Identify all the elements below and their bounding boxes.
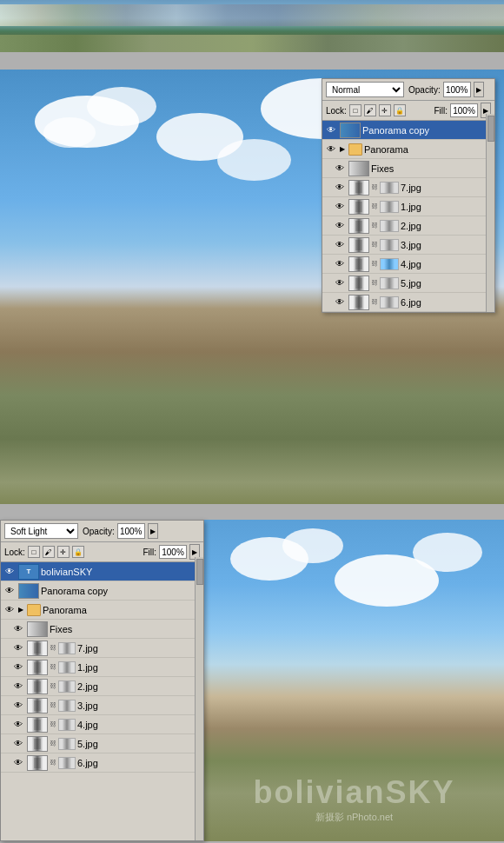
layer-row-fixes[interactable]: 👁 Fixes — [322, 159, 494, 178]
chain-3jpg2: ⛓ — [50, 701, 56, 709]
eye-icon-panorama-copy2[interactable]: 👁 — [3, 584, 17, 598]
chain-1jpg: ⛓ — [371, 202, 378, 210]
lock-move-icon-bottom[interactable]: ✛ — [57, 546, 70, 558]
thumb-boliviansky: T — [18, 564, 39, 580]
layer-row-7jpg2[interactable]: 👁 ⛓ 7.jpg — [1, 639, 203, 658]
eye-icon-5jpg2[interactable]: 👁 — [11, 737, 25, 751]
blend-mode-select-top[interactable]: Normal — [326, 82, 404, 97]
layer-name-2jpg: 2.jpg — [401, 221, 421, 231]
layer-name-7jpg2: 7.jpg — [77, 643, 98, 654]
layers-list-top: 👁 Panorama copy 👁 ▶ Panorama 👁 Fixes 👁 — [322, 121, 494, 312]
panel-scrollbar-top[interactable] — [486, 114, 494, 312]
fill-input-top[interactable] — [450, 103, 478, 117]
eye-icon-4jpg2[interactable]: 👁 — [11, 718, 25, 732]
lock-all-icon-bottom[interactable]: 🔒 — [72, 546, 84, 558]
eye-icon-panorama-copy[interactable]: 👁 — [324, 123, 338, 137]
layer-name-1jpg: 1.jpg — [401, 202, 421, 212]
layers-panel-top: Normal Opacity: ▶ Lock: □ 🖌 ✛ 🔒 Fill: ▶ … — [322, 78, 495, 313]
chain-5jpg: ⛓ — [371, 279, 378, 287]
canvas-area-top: Normal Opacity: ▶ Lock: □ 🖌 ✛ 🔒 Fill: ▶ … — [0, 70, 504, 504]
layer-row-1jpg2[interactable]: 👁 ⛓ 1.jpg — [1, 658, 203, 677]
eye-icon-panorama2[interactable]: 👁 — [3, 603, 17, 617]
eye-icon-3jpg[interactable]: 👁 — [333, 238, 347, 252]
layer-name-3jpg2: 3.jpg — [77, 700, 98, 711]
chain-2jpg2: ⛓ — [50, 682, 56, 690]
layer-row-panorama-copy[interactable]: 👁 Panorama copy — [322, 121, 494, 140]
layer-row-4jpg[interactable]: 👁 ⛓ 4.jpg — [322, 255, 494, 274]
layers-panel-bottom: Soft Light Opacity: ▶ Lock: □ 🖌 ✛ 🔒 Fill… — [0, 520, 204, 841]
layer-row-fixes2[interactable]: 👁 Fixes — [1, 620, 203, 639]
layer-row-panorama-group[interactable]: 👁 ▶ Panorama — [322, 140, 494, 159]
lock-pixel-icon-top[interactable]: □ — [349, 104, 361, 116]
panel-scrollbar-bottom[interactable] — [195, 557, 203, 840]
eye-icon-4jpg[interactable]: 👁 — [333, 257, 347, 271]
layer-name-4jpg: 4.jpg — [401, 259, 421, 269]
watermark-area: bolivianSKY 新摄影 nPhoto.net — [204, 774, 504, 824]
thumb-5jpg — [348, 275, 369, 291]
thumb-panorama-copy2 — [18, 583, 39, 599]
opacity-input-top[interactable] — [443, 82, 471, 97]
lock-move-icon-top[interactable]: ✛ — [379, 104, 391, 116]
layer-row-6jpg2[interactable]: 👁 ⛓ 6.jpg — [1, 753, 203, 773]
layer-row-2jpg2[interactable]: 👁 ⛓ 2.jpg — [1, 677, 203, 696]
eye-icon-5jpg[interactable]: 👁 — [333, 276, 347, 290]
fill-label-top: Fill: — [434, 106, 448, 116]
eye-icon-fixes2[interactable]: 👁 — [11, 622, 25, 636]
eye-icon-panorama[interactable]: 👁 — [324, 143, 338, 156]
folder-icon-panorama — [348, 143, 362, 156]
layer-row-panorama-copy2[interactable]: 👁 Panorama copy — [1, 581, 203, 601]
layer-row-7jpg[interactable]: 👁 ⛓ 7.jpg — [322, 178, 494, 197]
layer-row-3jpg[interactable]: 👁 ⛓ 3.jpg — [322, 236, 494, 255]
layer-row-4jpg2[interactable]: 👁 ⛓ 4.jpg — [1, 715, 203, 734]
layer-name-5jpg2: 5.jpg — [77, 739, 98, 749]
layer-name-panorama: Panorama — [364, 144, 408, 155]
scrollbar-thumb-bottom[interactable] — [196, 559, 203, 585]
eye-icon-6jpg[interactable]: 👁 — [333, 295, 347, 309]
scrollbar-thumb-top[interactable] — [487, 116, 494, 142]
layer-row-5jpg[interactable]: 👁 ⛓ 5.jpg — [322, 274, 494, 293]
layers-lock-row-top: Lock: □ 🖌 ✛ 🔒 Fill: ▶ — [322, 101, 494, 121]
chain-3jpg: ⛓ — [371, 241, 378, 249]
folder-arrow-panorama: ▶ — [340, 145, 345, 153]
lock-pixel-icon-bottom[interactable]: □ — [28, 546, 40, 558]
layer-row-5jpg2[interactable]: 👁 ⛓ 5.jpg — [1, 734, 203, 753]
eye-icon-boliviansky[interactable]: 👁 — [3, 565, 17, 579]
layer-row-3jpg2[interactable]: 👁 ⛓ 3.jpg — [1, 696, 203, 715]
lock-label-bottom: Lock: — [4, 548, 25, 557]
layer-row-2jpg[interactable]: 👁 ⛓ 2.jpg — [322, 216, 494, 236]
opacity-arrow-bottom[interactable]: ▶ — [148, 523, 158, 539]
layer-name-6jpg2: 6.jpg — [77, 758, 98, 768]
bottom-section: Soft Light Opacity: ▶ Lock: □ 🖌 ✛ 🔒 Fill… — [0, 520, 504, 841]
layer-row-1jpg[interactable]: 👁 ⛓ 1.jpg — [322, 197, 494, 216]
layer-name-3jpg: 3.jpg — [401, 240, 421, 250]
layer-row-boliviansky[interactable]: 👁 T bolivianSKY — [1, 562, 203, 581]
layer-row-6jpg[interactable]: 👁 ⛓ 6.jpg — [322, 293, 494, 312]
thumb-4jpg2 — [27, 717, 48, 733]
eye-icon-6jpg2[interactable]: 👁 — [11, 756, 25, 770]
folder-icon-panorama2 — [27, 604, 41, 616]
gray-border-top — [0, 52, 504, 70]
gray-separator — [0, 504, 504, 520]
eye-icon-3jpg2[interactable]: 👁 — [11, 699, 25, 713]
eye-icon-1jpg[interactable]: 👁 — [333, 200, 347, 214]
folder-arrow-panorama2: ▶ — [18, 606, 23, 614]
eye-icon-7jpg[interactable]: 👁 — [333, 181, 347, 195]
thumb-3jpg2 — [27, 698, 48, 714]
layers-toolbar-bottom: Soft Light Opacity: ▶ — [1, 521, 203, 542]
layer-row-panorama-group2[interactable]: 👁 ▶ Panorama — [1, 601, 203, 620]
eye-icon-7jpg2[interactable]: 👁 — [11, 641, 25, 655]
lock-paint-icon-top[interactable]: 🖌 — [364, 104, 376, 116]
opacity-label-bottom: Opacity: — [83, 527, 115, 536]
layer-name-7jpg: 7.jpg — [401, 183, 421, 193]
lock-all-icon-top[interactable]: 🔒 — [394, 104, 406, 116]
opacity-arrow-top[interactable]: ▶ — [474, 82, 484, 97]
eye-icon-1jpg2[interactable]: 👁 — [11, 660, 25, 674]
eye-icon-2jpg[interactable]: 👁 — [333, 219, 347, 233]
lock-paint-icon-bottom[interactable]: 🖌 — [43, 546, 55, 558]
eye-icon-fixes[interactable]: 👁 — [333, 162, 347, 176]
blend-mode-select-bottom[interactable]: Soft Light — [4, 523, 78, 539]
layers-lock-row-bottom: Lock: □ 🖌 ✛ 🔒 Fill: ▶ — [1, 542, 203, 562]
opacity-input-bottom[interactable] — [117, 523, 145, 539]
eye-icon-2jpg2[interactable]: 👁 — [11, 680, 25, 694]
fill-input-bottom[interactable] — [159, 545, 187, 559]
